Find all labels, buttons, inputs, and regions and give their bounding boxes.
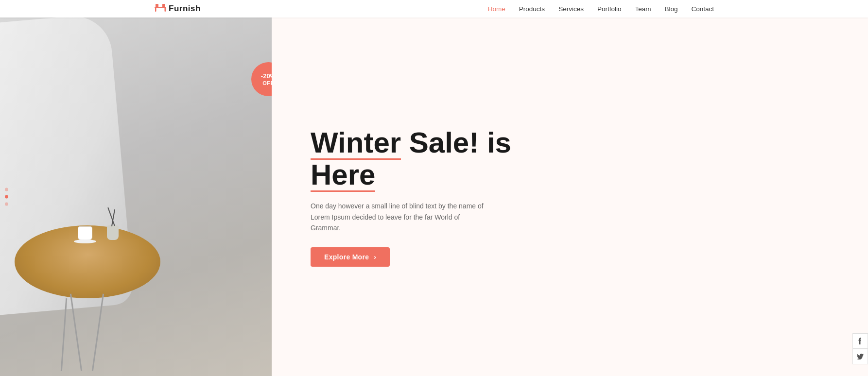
hero-description: One day however a small line of blind te… (311, 201, 490, 233)
explore-more-label: Explore More (324, 253, 369, 261)
cup-decoration (78, 226, 92, 240)
hero-heading: Winter Sale! is Here (311, 127, 511, 191)
heading-here: Here (311, 158, 375, 191)
nav-portfolio[interactable]: Portfolio (597, 5, 622, 13)
saucer-decoration (74, 239, 96, 243)
hero-image-side: -20% OFF (0, 17, 272, 376)
vase-decoration (107, 225, 119, 240)
slide-dot-2[interactable] (5, 195, 8, 199)
navbar: Furnish Home Products Services Portfolio… (0, 0, 868, 17)
svg-rect-3 (156, 4, 158, 8)
nav-services[interactable]: Services (558, 5, 584, 13)
nav-links: Home Products Services Portfolio Team Bl… (488, 4, 714, 13)
heading-winter: Winter (311, 126, 401, 159)
logo-brand-name: Furnish (169, 4, 201, 14)
logo-icon (154, 3, 167, 15)
svg-rect-4 (162, 4, 165, 8)
discount-off: OFF (262, 80, 272, 86)
nav-home[interactable]: Home (488, 5, 505, 13)
hero-section: -20% OFF Winter Sale! is Here One day ho… (0, 17, 868, 376)
slide-dots (5, 188, 8, 206)
chevron-right-icon: › (374, 253, 376, 261)
hero-content: Winter Sale! is Here One day however a s… (311, 127, 511, 266)
slide-dot-3[interactable] (5, 203, 8, 206)
nav-contact[interactable]: Contact (691, 5, 714, 13)
explore-more-button[interactable]: Explore More › (311, 247, 390, 267)
nav-products[interactable]: Products (519, 5, 545, 13)
twitter-icon[interactable] (852, 349, 868, 364)
hero-content-side: Winter Sale! is Here One day however a s… (272, 17, 868, 376)
nav-blog[interactable]: Blog (664, 5, 677, 13)
discount-percent: -20% (261, 72, 272, 80)
social-bar (852, 333, 868, 364)
slide-dot-1[interactable] (5, 188, 8, 191)
facebook-icon[interactable] (852, 333, 868, 349)
logo[interactable]: Furnish (154, 3, 201, 15)
nav-team[interactable]: Team (635, 5, 651, 13)
